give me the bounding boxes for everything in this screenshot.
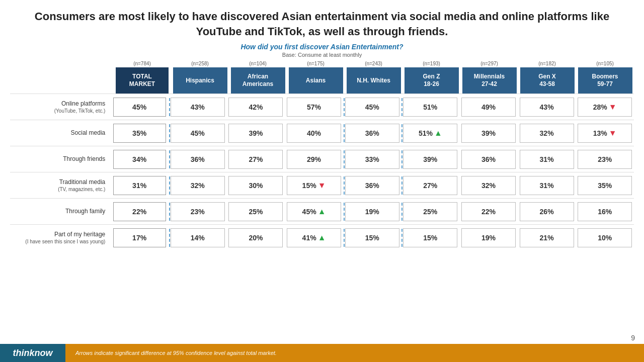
col-title-asians: Asians	[289, 67, 343, 94]
cell-value-3-0: 31%	[132, 182, 146, 190]
cell-2-6: 36%	[460, 149, 517, 170]
cell-2-7: 31%	[519, 149, 575, 170]
dashed-divider	[401, 203, 403, 221]
cell-2-2: 27%	[228, 149, 284, 170]
footer: thinknow Arrows indicate significant dif…	[0, 344, 644, 362]
cell-box-3-8: 35%	[578, 176, 632, 195]
col-header-genx: (n=182)Gen X43-58	[519, 61, 575, 94]
col-title-hispanics: Hispanics	[173, 67, 227, 94]
cell-box-5-4: 15%	[345, 228, 399, 247]
cell-2-1: 36%	[170, 149, 226, 170]
dashed-divider	[169, 98, 170, 116]
cell-value-1-4: 36%	[365, 129, 379, 137]
cell-box-3-4: 36%	[345, 176, 399, 195]
col-title-millennials: Millennials27-42	[462, 67, 517, 94]
cell-value-2-3: 29%	[307, 155, 321, 163]
cell-box-4-1: 23%	[171, 202, 225, 221]
cell-box-1-4: 36%	[345, 124, 399, 143]
dashed-divider	[344, 203, 345, 221]
cell-box-5-6: 19%	[461, 228, 516, 247]
dashed-divider	[401, 98, 403, 116]
cell-box-1-7: 32%	[520, 124, 574, 143]
cell-box-3-0: 31%	[113, 176, 166, 195]
cell-box-0-7: 43%	[520, 98, 574, 117]
cell-2-4: 33%	[344, 149, 400, 170]
cell-2-0: 34%	[111, 149, 168, 170]
cell-value-5-8: 10%	[598, 234, 612, 242]
cell-value-5-4: 15%	[365, 234, 379, 242]
brand-logo: thinknow	[0, 344, 65, 362]
cell-box-1-5: 51%▲	[403, 124, 457, 143]
cell-value-0-8: 28%	[593, 103, 607, 111]
cell-value-1-3: 40%	[307, 129, 321, 137]
cell-value-3-6: 32%	[481, 182, 496, 190]
cell-box-2-6: 36%	[461, 150, 516, 169]
cell-value-4-1: 23%	[191, 208, 205, 216]
col-header-total: (n=784)TOTALMARKET	[114, 61, 170, 94]
arrow-down-3-3: ▼	[318, 181, 326, 190]
row-label-1: Social media	[10, 129, 110, 137]
cell-box-1-6: 39%	[461, 124, 516, 143]
cell-2-3: 29%	[286, 149, 342, 170]
table-row: Part of my heritage(I have seen this sin…	[10, 224, 634, 250]
cell-value-0-3: 57%	[307, 103, 321, 111]
cell-value-2-6: 36%	[481, 155, 496, 163]
cell-box-5-0: 17%	[113, 228, 166, 247]
page-title: Consumers are most likely to have discov…	[30, 9, 614, 39]
cell-3-1: 32%	[170, 175, 226, 196]
cell-4-4: 19%	[344, 201, 400, 222]
col-header-african: (n=104)AfricanAmericans	[230, 61, 286, 94]
cell-0-1: 43%	[170, 97, 226, 118]
col-n-hispanics: (n=258)	[191, 61, 209, 66]
cell-3-2: 30%	[228, 175, 284, 196]
cell-value-1-1: 45%	[191, 129, 205, 137]
cell-box-1-1: 45%	[171, 124, 225, 143]
table-row: Online platforms(YouTube, TikTok, etc.)4…	[10, 94, 634, 120]
cell-value-5-7: 21%	[540, 234, 554, 242]
cell-4-3: 45%▲	[286, 201, 342, 222]
row-label-2: Through friends	[10, 155, 110, 163]
cell-value-0-2: 42%	[249, 103, 263, 111]
dashed-divider	[169, 203, 170, 221]
cell-value-3-2: 30%	[249, 182, 263, 190]
cell-box-4-5: 25%	[403, 202, 457, 221]
column-headers: (n=784)TOTALMARKET(n=258)Hispanics(n=104…	[113, 61, 634, 94]
cell-value-0-4: 45%	[365, 103, 379, 111]
cell-value-3-8: 35%	[598, 182, 612, 190]
cell-box-5-2: 20%	[228, 228, 283, 247]
col-n-asians: (n=175)	[307, 61, 325, 66]
cell-value-2-5: 39%	[423, 155, 437, 163]
cell-4-2: 25%	[228, 201, 284, 222]
dashed-divider	[401, 176, 403, 195]
cell-box-2-7: 31%	[520, 150, 574, 169]
cell-0-0: 45%	[111, 97, 168, 118]
cell-value-3-4: 36%	[365, 182, 379, 190]
cell-box-1-3: 40%	[287, 124, 341, 143]
cell-4-5: 25%	[403, 201, 459, 222]
cell-box-1-8: 13%▼	[578, 124, 632, 143]
cell-3-4: 36%	[344, 175, 400, 196]
cell-value-0-6: 49%	[481, 103, 496, 111]
cell-value-5-6: 19%	[481, 234, 496, 242]
cell-box-5-5: 15%	[403, 228, 457, 247]
col-n-total: (n=784)	[133, 61, 151, 66]
cell-4-7: 26%	[519, 201, 575, 222]
col-n-millennials: (n=297)	[480, 61, 498, 66]
cell-value-4-6: 22%	[481, 208, 496, 216]
cell-0-2: 42%	[228, 97, 284, 118]
cell-box-4-4: 19%	[345, 202, 399, 221]
cell-1-3: 40%	[286, 123, 342, 144]
dashed-divider	[169, 150, 170, 168]
cell-box-4-3: 45%▲	[287, 202, 341, 221]
cell-box-4-0: 22%	[113, 202, 166, 221]
cell-value-0-1: 43%	[191, 103, 205, 111]
col-header-millennials: (n=297)Millennials27-42	[461, 61, 517, 94]
cell-value-2-0: 34%	[132, 155, 146, 163]
cell-3-3: 15%▼	[286, 175, 342, 196]
cell-value-0-5: 51%	[423, 103, 437, 111]
cell-value-2-7: 31%	[540, 155, 554, 163]
cell-5-0: 17%	[111, 227, 168, 248]
col-header-asians: (n=175)Asians	[288, 61, 344, 94]
cell-4-1: 23%	[170, 201, 226, 222]
col-n-genx: (n=182)	[538, 61, 556, 66]
